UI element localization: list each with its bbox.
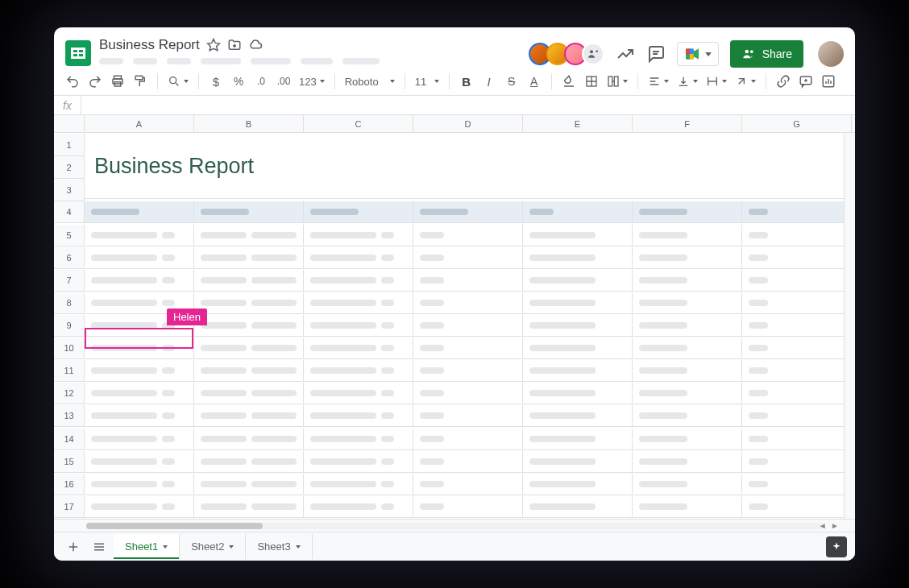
select-all-corner[interactable] bbox=[54, 115, 85, 133]
row-header[interactable]: 3 bbox=[54, 179, 85, 201]
row-header[interactable]: 15 bbox=[54, 451, 85, 473]
cell[interactable] bbox=[194, 270, 304, 292]
cell[interactable] bbox=[413, 225, 523, 246]
row-header[interactable]: 14 bbox=[54, 429, 85, 450]
cell[interactable] bbox=[85, 360, 194, 382]
font-family-dropdown[interactable]: Roboto bbox=[342, 76, 398, 88]
cell[interactable] bbox=[633, 292, 742, 314]
fill-color-icon[interactable] bbox=[560, 72, 578, 90]
cell[interactable] bbox=[413, 405, 523, 427]
cell[interactable] bbox=[413, 201, 523, 223]
cell[interactable] bbox=[304, 315, 413, 337]
row-header[interactable]: 9 bbox=[54, 315, 85, 337]
cell[interactable] bbox=[194, 383, 304, 404]
cell[interactable] bbox=[633, 247, 742, 269]
sheet-tab[interactable]: Sheet2 bbox=[180, 534, 246, 559]
row-header[interactable]: 10 bbox=[54, 337, 85, 359]
print-icon[interactable] bbox=[109, 72, 127, 90]
cell[interactable] bbox=[523, 474, 633, 495]
row-header[interactable]: 2 bbox=[54, 156, 85, 179]
cell[interactable] bbox=[742, 496, 852, 518]
borders-icon[interactable] bbox=[583, 72, 600, 90]
row-header[interactable]: 1 bbox=[54, 134, 85, 156]
bold-icon[interactable]: B bbox=[458, 72, 475, 90]
cell[interactable] bbox=[742, 247, 852, 269]
cell[interactable] bbox=[194, 315, 304, 337]
cell[interactable] bbox=[304, 383, 413, 404]
column-header[interactable]: E bbox=[523, 115, 633, 133]
cell[interactable] bbox=[413, 383, 523, 404]
cell[interactable] bbox=[304, 270, 413, 292]
row-header[interactable]: 16 bbox=[54, 474, 85, 495]
cell[interactable] bbox=[742, 201, 852, 223]
cell[interactable] bbox=[523, 405, 633, 427]
cell[interactable] bbox=[194, 292, 304, 314]
cell[interactable] bbox=[194, 360, 304, 382]
paint-format-icon[interactable] bbox=[131, 72, 149, 90]
vertical-scrollbar[interactable] bbox=[844, 133, 855, 519]
increase-decimal-icon[interactable]: .00 bbox=[275, 72, 293, 90]
cell[interactable] bbox=[742, 429, 852, 450]
cell[interactable] bbox=[633, 360, 742, 382]
cell[interactable] bbox=[523, 337, 633, 359]
sheet-tab[interactable]: Sheet3 bbox=[246, 534, 312, 559]
cell[interactable] bbox=[523, 429, 633, 450]
cell[interactable] bbox=[633, 474, 742, 495]
menu-bar[interactable] bbox=[99, 53, 533, 68]
cell[interactable] bbox=[633, 383, 742, 404]
cell[interactable] bbox=[413, 474, 523, 495]
cell[interactable] bbox=[742, 270, 852, 292]
text-wrap-dropdown[interactable] bbox=[703, 75, 730, 88]
cell[interactable] bbox=[633, 405, 742, 427]
row-header[interactable]: 12 bbox=[54, 383, 85, 404]
cell[interactable] bbox=[523, 360, 633, 382]
cell[interactable] bbox=[633, 270, 742, 292]
strikethrough-icon[interactable]: S bbox=[503, 72, 521, 90]
cell[interactable] bbox=[633, 315, 742, 337]
cell[interactable] bbox=[523, 451, 633, 473]
column-header[interactable]: F bbox=[633, 115, 742, 133]
cell[interactable] bbox=[304, 496, 413, 518]
cell[interactable] bbox=[633, 496, 742, 518]
column-header[interactable]: C bbox=[304, 115, 413, 133]
sheet-title-cell[interactable]: Business Report bbox=[85, 134, 855, 199]
collaborator-avatars[interactable] bbox=[533, 43, 604, 65]
cell[interactable] bbox=[85, 474, 194, 495]
share-button[interactable]: Share bbox=[730, 40, 803, 68]
text-rotation-dropdown[interactable] bbox=[732, 75, 759, 88]
cell[interactable] bbox=[523, 496, 633, 518]
cell[interactable] bbox=[413, 496, 523, 518]
decrease-decimal-icon[interactable]: .0 bbox=[252, 72, 270, 90]
add-sheet-icon[interactable] bbox=[62, 536, 85, 558]
sheet-tab[interactable]: Sheet1 bbox=[114, 534, 180, 559]
cell[interactable] bbox=[194, 429, 304, 450]
cloud-saved-icon[interactable] bbox=[248, 38, 263, 52]
cell[interactable] bbox=[742, 360, 852, 382]
cell[interactable] bbox=[742, 337, 852, 359]
cell[interactable] bbox=[85, 270, 194, 292]
cell[interactable] bbox=[523, 201, 633, 223]
cell[interactable] bbox=[85, 405, 194, 427]
cell[interactable] bbox=[85, 247, 194, 269]
cell[interactable] bbox=[85, 496, 194, 518]
horizontal-scrollbar[interactable]: ◄ ► bbox=[54, 519, 855, 532]
cell[interactable] bbox=[194, 496, 304, 518]
cell[interactable] bbox=[633, 451, 742, 473]
cell[interactable] bbox=[523, 247, 633, 269]
cell[interactable] bbox=[413, 292, 523, 314]
document-title[interactable]: Business Report bbox=[99, 37, 200, 53]
row-header[interactable]: 5 bbox=[54, 225, 85, 246]
cell[interactable] bbox=[413, 451, 523, 473]
cell[interactable] bbox=[194, 337, 304, 359]
cell[interactable] bbox=[304, 429, 413, 450]
font-size-dropdown[interactable]: 11 bbox=[412, 76, 442, 88]
redo-icon[interactable] bbox=[86, 72, 104, 90]
cell[interactable] bbox=[742, 474, 852, 495]
fx-icon[interactable]: fx bbox=[54, 96, 81, 114]
cell[interactable] bbox=[304, 337, 413, 359]
cell[interactable] bbox=[413, 247, 523, 269]
text-color-icon[interactable]: A bbox=[525, 72, 543, 90]
cell[interactable] bbox=[413, 429, 523, 450]
insert-link-icon[interactable] bbox=[774, 72, 792, 90]
column-header[interactable]: H bbox=[852, 115, 855, 133]
